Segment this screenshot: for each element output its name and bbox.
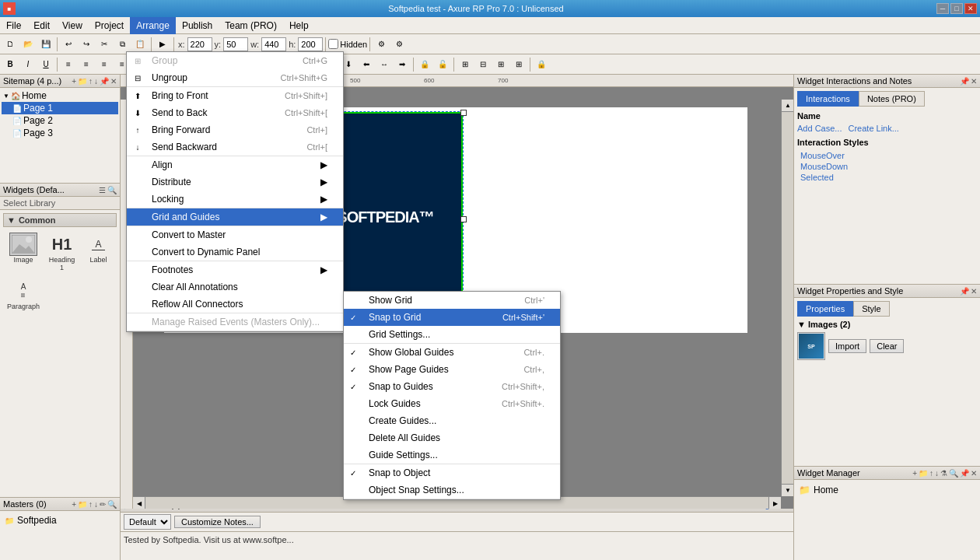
menu-group[interactable]: ⊞ Group Ctrl+G bbox=[127, 52, 343, 69]
align-right-btn[interactable]: ≡ bbox=[96, 56, 113, 73]
menu-convert-master[interactable]: Convert to Master bbox=[127, 226, 343, 243]
lock2-btn[interactable]: 🔒 bbox=[533, 56, 550, 73]
redo-btn[interactable]: ↪ bbox=[78, 36, 95, 53]
manager-up-icon[interactable]: ↑ bbox=[929, 469, 933, 478]
sitemap-close-icon[interactable]: ✕ bbox=[110, 77, 117, 86]
widget-heading1[interactable]: H1 Heading 1 bbox=[45, 230, 79, 274]
new-btn[interactable]: 🗋 bbox=[2, 36, 19, 53]
cut-btn[interactable]: ✂ bbox=[96, 36, 113, 53]
submenu-snap-guides[interactable]: ✓ Snap to Guides Ctrl+Shift+, bbox=[344, 378, 560, 395]
home-toggle-icon[interactable]: ▼ bbox=[3, 93, 9, 100]
preview-btn[interactable]: ▶ bbox=[154, 36, 171, 53]
interactions-pin-icon[interactable]: 📌 bbox=[960, 77, 969, 86]
submenu-create-guides[interactable]: Create Guides... bbox=[344, 412, 560, 429]
paste-btn[interactable]: 📋 bbox=[131, 36, 149, 53]
submenu-delete-guides[interactable]: Delete All Guides bbox=[344, 429, 560, 446]
menu-send-bwd[interactable]: ↓ Send Backward Ctrl+[ bbox=[127, 138, 343, 156]
masters-search-icon[interactable]: 🔍 bbox=[107, 500, 117, 509]
scroll-down-btn[interactable]: ▼ bbox=[782, 484, 793, 496]
menu-clear-annotations[interactable]: Clear All Annotations bbox=[127, 278, 343, 296]
submenu-show-page[interactable]: ✓ Show Page Guides Ctrl+, bbox=[344, 361, 560, 378]
menu-grid-guides[interactable]: Grid and Guides ▶ bbox=[127, 208, 343, 226]
menu-send-back[interactable]: ⬇ Send to Back Ctrl+Shift+[ bbox=[127, 104, 343, 121]
menu-edit[interactable]: Edit bbox=[27, 17, 56, 34]
mouseover-style[interactable]: MouseOver bbox=[797, 150, 977, 161]
undo-btn[interactable]: ↩ bbox=[60, 36, 77, 53]
coord-w-value[interactable]: 440 bbox=[261, 37, 286, 51]
submenu-guide-settings[interactable]: Guide Settings... bbox=[344, 446, 560, 464]
close-button[interactable]: ✕ bbox=[964, 3, 977, 14]
properties-pin-icon[interactable]: 📌 bbox=[960, 287, 969, 296]
menu-align[interactable]: Align ▶ bbox=[127, 156, 343, 173]
lock-btn[interactable]: 🔒 bbox=[416, 56, 433, 73]
menu-arrange[interactable]: Arrange bbox=[130, 17, 176, 34]
format4-btn[interactable]: ⊞ bbox=[510, 56, 527, 73]
submenu-grid-settings[interactable]: Grid Settings... bbox=[344, 326, 560, 343]
sitemap-row-page2[interactable]: 📄 Page 2 bbox=[2, 114, 118, 127]
menu-distribute[interactable]: Distribute ▶ bbox=[127, 173, 343, 191]
widget-paragraph[interactable]: A≡ Paragraph bbox=[5, 277, 42, 313]
clear-button[interactable]: Clear bbox=[870, 339, 904, 353]
sitemap-row-page1[interactable]: 📄 Page 1 bbox=[2, 102, 118, 114]
open-btn[interactable]: 📂 bbox=[19, 36, 37, 53]
submenu-snap-object[interactable]: ✓ Snap to Object bbox=[344, 464, 560, 481]
sitemap-up-icon[interactable]: ↑ bbox=[89, 77, 93, 86]
menu-reflow[interactable]: Reflow All Connectors bbox=[127, 296, 343, 313]
submenu-show-global[interactable]: ✓ Show Global Guides Ctrl+. bbox=[344, 344, 560, 361]
scroll-left-btn[interactable]: ◀ bbox=[133, 497, 145, 509]
select-library-label[interactable]: Select Library bbox=[3, 198, 55, 208]
interactions-close-icon[interactable]: ✕ bbox=[971, 77, 977, 86]
masters-item-softpedia[interactable]: 📁 Softpedia bbox=[3, 514, 117, 527]
sitemap-row-home[interactable]: ▼ 🏠 Home bbox=[2, 89, 118, 102]
menu-convert-dynamic[interactable]: Convert to Dynamic Panel bbox=[127, 243, 343, 261]
more2-btn[interactable]: ⚙ bbox=[390, 36, 408, 53]
masters-folder-icon[interactable]: 📁 bbox=[78, 500, 87, 509]
menu-help[interactable]: Help bbox=[283, 17, 315, 34]
format1-btn[interactable]: ⊞ bbox=[457, 56, 474, 73]
widgets-menu-icon[interactable]: ☰ bbox=[99, 186, 106, 194]
manager-close-icon[interactable]: ✕ bbox=[971, 469, 977, 478]
menu-publish[interactable]: Publish bbox=[176, 17, 219, 34]
masters-up-icon[interactable]: ↑ bbox=[89, 500, 93, 509]
manager-search-icon[interactable]: 🔍 bbox=[949, 469, 958, 478]
coord-x-value[interactable]: 220 bbox=[187, 37, 212, 51]
font-bold-btn[interactable]: B bbox=[2, 56, 19, 73]
masters-edit-icon[interactable]: ✏ bbox=[100, 500, 106, 509]
submenu-show-grid[interactable]: Show Grid Ctrl+' bbox=[344, 292, 560, 309]
scroll-right-btn[interactable]: ▶ bbox=[768, 497, 781, 509]
more-options-btn[interactable]: ⚙ bbox=[373, 36, 390, 53]
add-case-link[interactable]: Add Case... bbox=[797, 124, 842, 133]
unlock-btn[interactable]: 🔓 bbox=[434, 56, 451, 73]
handle-mr[interactable] bbox=[460, 216, 467, 222]
properties-close-icon[interactable]: ✕ bbox=[971, 287, 977, 296]
menu-file[interactable]: File bbox=[0, 17, 27, 34]
format2-btn[interactable]: ⊟ bbox=[474, 56, 492, 73]
sitemap-row-page3[interactable]: 📄 Page 3 bbox=[2, 127, 118, 139]
customize-notes-btn[interactable]: Customize Notes... bbox=[174, 516, 261, 528]
menu-bring-front[interactable]: ⬆ Bring to Front Ctrl+Shift+] bbox=[127, 87, 343, 104]
menu-view[interactable]: View bbox=[56, 17, 89, 34]
menu-ungroup[interactable]: ⊟ Ungroup Ctrl+Shift+G bbox=[127, 69, 343, 86]
manager-add-icon[interactable]: + bbox=[912, 469, 917, 478]
maximize-button[interactable]: □ bbox=[950, 3, 963, 14]
manager-filter-icon[interactable]: ⚗ bbox=[940, 469, 947, 478]
images-collapse-icon[interactable]: ▼ bbox=[797, 320, 806, 329]
align-hcenter-btn[interactable]: ↔ bbox=[376, 56, 393, 73]
minimize-button[interactable]: ─ bbox=[936, 3, 949, 14]
masters-add-icon[interactable]: + bbox=[72, 500, 76, 509]
sitemap-add-icon[interactable]: + bbox=[72, 77, 76, 86]
menu-locking[interactable]: Locking ▶ bbox=[127, 191, 343, 208]
tab-notes-pro[interactable]: Notes (PRO) bbox=[859, 91, 925, 107]
common-section-title[interactable]: ▼ Common bbox=[3, 213, 117, 227]
submenu-lock-guides[interactable]: Lock Guides Ctrl+Shift+. bbox=[344, 395, 560, 412]
hidden-checkbox[interactable] bbox=[328, 39, 338, 49]
save-btn[interactable]: 💾 bbox=[37, 36, 54, 53]
handle-tr[interactable] bbox=[460, 110, 467, 116]
menu-team[interactable]: Team (PRO) bbox=[219, 17, 283, 34]
widget-label[interactable]: A Label bbox=[82, 230, 115, 274]
sitemap-folder-icon[interactable]: 📁 bbox=[78, 77, 87, 86]
tab-style[interactable]: Style bbox=[853, 301, 889, 317]
manager-item-home[interactable]: 📁 Home bbox=[797, 483, 977, 497]
coord-h-value[interactable]: 200 bbox=[298, 37, 323, 51]
align-hright-btn[interactable]: ➡ bbox=[394, 56, 411, 73]
